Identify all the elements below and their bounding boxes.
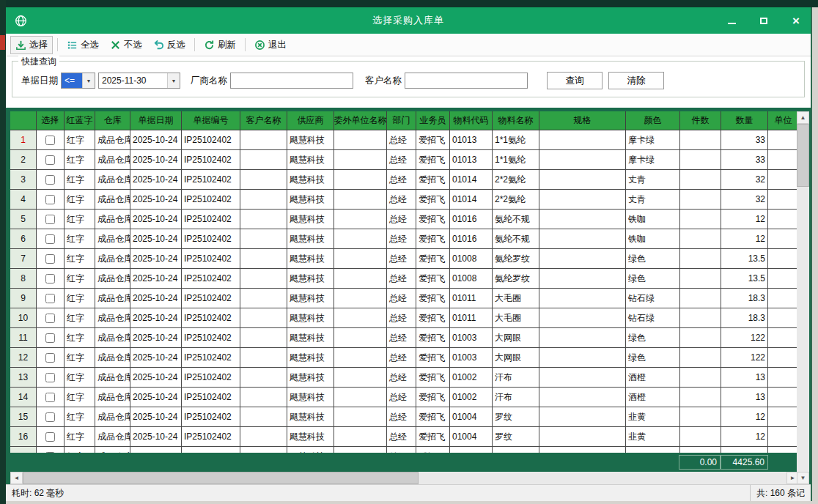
table-row[interactable]: 5红字成品仓库2025-10-24IP25102402飓慧科技总经爱招飞0101… — [10, 210, 799, 229]
table-row[interactable]: 13红字成品仓库2025-10-24IP25102402飓慧科技总经爱招飞010… — [10, 368, 799, 388]
row-checkbox[interactable] — [45, 412, 55, 422]
table-cell: 2025-10-24 — [130, 269, 182, 289]
table-cell: 总经 — [387, 427, 416, 447]
table-row[interactable]: 6红字成品仓库2025-10-24IP25102402飓慧科技总经爱招飞0101… — [10, 229, 799, 249]
table-row[interactable]: 3红字成品仓库2025-10-24IP25102402飓慧科技总经爱招飞0101… — [10, 170, 799, 190]
row-checkbox[interactable] — [45, 393, 55, 402]
vendor-input[interactable] — [230, 73, 353, 89]
row-checkbox[interactable] — [45, 136, 55, 145]
row-checkbox[interactable] — [45, 373, 55, 382]
column-header[interactable]: 物料名称 — [493, 111, 539, 130]
table-cell: 大网眼 — [493, 328, 539, 348]
refresh-button[interactable]: 刷新 — [199, 37, 240, 53]
table-row[interactable]: 4红字成品仓库2025-10-24IP25102402飓慧科技总经爱招飞0101… — [10, 190, 799, 210]
table-row[interactable]: 12红字成品仓库2025-10-24IP25102402飓慧科技总经爱招飞010… — [10, 348, 799, 368]
select-button[interactable]: 选择 — [10, 36, 53, 54]
table-cell: 氨纶罗纹 — [493, 269, 539, 289]
column-header[interactable]: 规格 — [539, 111, 626, 130]
corner-header-cell — [10, 111, 37, 130]
deselect-button[interactable]: 不选 — [106, 37, 147, 53]
row-checkbox[interactable] — [45, 215, 55, 224]
column-header[interactable]: 物料代码 — [450, 111, 493, 130]
chevron-down-icon[interactable]: ▼ — [82, 73, 95, 88]
invert-selection-button[interactable]: 反选 — [149, 37, 190, 53]
checkbox-cell — [37, 348, 65, 368]
row-checkbox[interactable] — [45, 234, 55, 244]
table-row[interactable]: 16红字成品仓库2025-10-24IP25102402飓慧科技总经爱招飞010… — [10, 427, 799, 447]
row-checkbox[interactable] — [45, 353, 55, 363]
column-header[interactable]: 单据日期 — [130, 111, 182, 130]
table-row[interactable]: 2红字成品仓库2025-10-24IP25102402飓慧科技总经爱招飞0101… — [10, 150, 799, 170]
column-header[interactable]: 选择 — [37, 111, 65, 130]
row-checkbox[interactable] — [45, 155, 55, 165]
table-cell — [680, 170, 721, 190]
table-row[interactable]: 7红字成品仓库2025-10-24IP25102402飓慧科技总经爱招飞0100… — [10, 249, 799, 269]
column-header[interactable]: 单位 — [768, 111, 799, 130]
table-row[interactable]: 1红字成品仓库2025-10-24IP25102402飓慧科技总经爱招飞0101… — [10, 130, 799, 150]
table-cell: 总经 — [387, 170, 416, 190]
table-cell: IP25102402 — [182, 407, 240, 427]
maximize-icon[interactable] — [758, 15, 770, 26]
vertical-scroll-thumb[interactable] — [797, 124, 809, 187]
column-header[interactable]: 仓库 — [95, 111, 130, 130]
column-header[interactable]: 件数 — [680, 111, 721, 130]
customer-input[interactable] — [405, 73, 528, 89]
table-cell: 飓慧科技 — [287, 130, 334, 150]
column-header[interactable]: 数量 — [721, 111, 768, 130]
table-row[interactable]: 9红字成品仓库2025-10-24IP25102402飓慧科技总经爱招飞0101… — [10, 289, 799, 308]
column-header[interactable]: 客户名称 — [240, 111, 287, 130]
row-checkbox[interactable] — [45, 254, 55, 264]
search-button[interactable]: 查询 — [547, 72, 603, 89]
scroll-up-icon[interactable]: ▲ — [797, 111, 809, 124]
table-row[interactable]: 8红字成品仓库2025-10-24IP25102402飓慧科技总经爱招飞0100… — [10, 269, 799, 289]
toolbar-separator — [245, 38, 246, 51]
table-cell: 爱招飞 — [416, 289, 450, 308]
row-checkbox[interactable] — [45, 274, 55, 284]
table-cell: 红字 — [65, 348, 95, 368]
row-checkbox[interactable] — [45, 195, 55, 204]
column-header[interactable]: 供应商 — [287, 111, 334, 130]
table-row[interactable]: 14红字成品仓库2025-10-24IP25102402飓慧科技总经爱招飞010… — [10, 388, 799, 407]
table-cell — [680, 407, 721, 427]
horizontal-scroll-thumb[interactable] — [23, 472, 419, 484]
table-cell — [240, 447, 287, 453]
table-cell: 2025-10-24 — [130, 190, 182, 210]
table-row[interactable]: 11红字成品仓库2025-10-24IP25102402飓慧科技总经爱招飞010… — [10, 328, 799, 348]
horizontal-scrollbar[interactable]: ◄ ► — [10, 472, 799, 484]
table-cell: 2025-10-24 — [130, 348, 182, 368]
column-header[interactable]: 颜色 — [626, 111, 680, 130]
vertical-scrollbar[interactable]: ▲ ▼ — [797, 111, 809, 484]
table-cell: 红字 — [65, 308, 95, 328]
table-cell — [539, 328, 626, 348]
clear-button[interactable]: 清除 — [608, 72, 664, 89]
quick-query-group: 快捷查询 单据日期 <= ▼ 2025-11-30 ▼ 厂商名称 客户名称 查询… — [12, 61, 805, 97]
column-header[interactable]: 部门 — [387, 111, 416, 130]
chevron-down-icon[interactable]: ▼ — [167, 73, 180, 88]
date-picker[interactable]: 2025-11-30 ▼ — [98, 73, 180, 89]
select-all-button[interactable]: 全选 — [62, 37, 103, 53]
table-cell: IP25102402 — [182, 368, 240, 388]
row-checkbox[interactable] — [45, 333, 55, 343]
row-checkbox[interactable] — [45, 294, 55, 303]
date-value: 2025-11-30 — [99, 73, 167, 88]
column-header[interactable]: 单据编号 — [182, 111, 240, 130]
column-header[interactable]: 红蓝字 — [65, 111, 95, 130]
table-row[interactable]: 红字成品仓库2025-10-24IP25102402飓慧科技总经爱招飞 — [10, 447, 799, 453]
table-row[interactable]: 15红字成品仓库2025-10-24IP25102402飓慧科技总经爱招飞010… — [10, 407, 799, 427]
table-row[interactable]: 10红字成品仓库2025-10-24IP25102402飓慧科技总经爱招飞010… — [10, 308, 799, 328]
scroll-left-icon[interactable]: ◄ — [10, 472, 23, 484]
row-number: 1 — [10, 130, 37, 150]
invert-selection-label: 反选 — [167, 39, 185, 51]
column-header[interactable]: 业务员 — [416, 111, 450, 130]
row-checkbox[interactable] — [45, 175, 55, 185]
table-cell: 01002 — [450, 368, 493, 388]
exit-button[interactable]: 退出 — [250, 37, 291, 53]
row-checkbox[interactable] — [45, 432, 55, 442]
row-checkbox[interactable] — [45, 314, 55, 323]
column-header[interactable]: 委外单位名称 — [334, 111, 387, 130]
close-icon[interactable]: × — [790, 15, 802, 26]
table-cell: 爱招飞 — [416, 150, 450, 170]
scroll-down-icon[interactable]: ▼ — [797, 472, 809, 484]
date-operator-select[interactable]: <= ▼ — [61, 73, 95, 89]
minimize-icon[interactable] — [726, 15, 737, 26]
